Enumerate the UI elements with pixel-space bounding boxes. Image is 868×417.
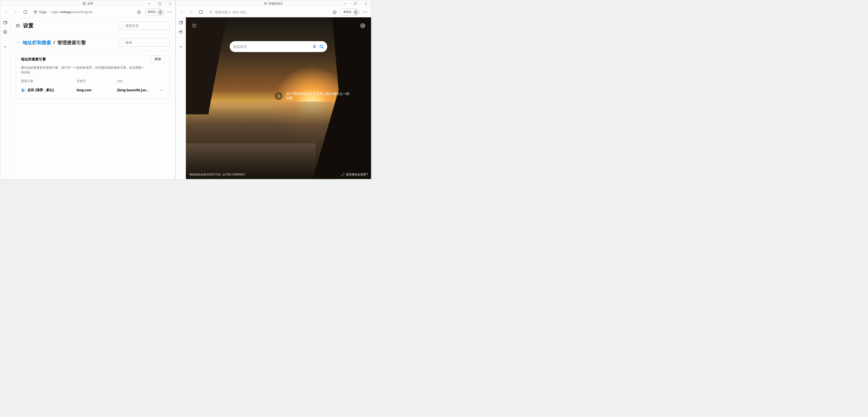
- tab-settings[interactable]: [1, 28, 9, 36]
- tab-newtab[interactable]: [177, 28, 185, 36]
- tab-manager-button[interactable]: [1, 19, 9, 27]
- page-settings-button[interactable]: [359, 22, 367, 30]
- search-icon: [122, 24, 124, 28]
- add-engine-button[interactable]: 添加: [151, 56, 165, 63]
- search-settings-field[interactable]: [125, 24, 167, 28]
- titlebar-label: 设置: [87, 2, 93, 6]
- titlebar: 设置: [0, 0, 176, 7]
- svg-point-15: [123, 42, 123, 43]
- url-text: edge://settings/searchEngines: [51, 10, 93, 14]
- gear-icon: [83, 2, 86, 5]
- svg-line-49: [342, 175, 343, 176]
- newtab-content: 这个漂亮的地方位于世界上最大城市之一的边缘 增值电信业务经营许可证: 合字B2-…: [186, 18, 371, 179]
- svg-point-8: [167, 12, 168, 12]
- ntp-search-box[interactable]: [230, 41, 327, 52]
- svg-point-5: [34, 11, 37, 13]
- menu-button[interactable]: [165, 8, 174, 16]
- col-name: 搜索引擎: [21, 79, 74, 84]
- nav-forward-button: [12, 8, 20, 16]
- maximize-button[interactable]: [350, 0, 361, 7]
- profile-sync-button[interactable]: 未同步: [145, 8, 164, 16]
- page-title: 设置: [23, 22, 34, 29]
- address-bar[interactable]: Edge | edge://settings/searchEngines: [31, 8, 133, 16]
- apps-grid-button[interactable]: [190, 22, 198, 30]
- background-feedback-button[interactable]: 是否喜欢此背景?: [342, 173, 368, 177]
- newtab-icon: [264, 2, 267, 5]
- voice-search-button[interactable]: [312, 44, 317, 49]
- address-input[interactable]: [215, 10, 326, 14]
- search-engine-table: 搜索引擎 关键字 URL 必应 (推荐，默认) bing.com {bing:b…: [21, 79, 165, 94]
- breadcrumb-back-button[interactable]: ←: [16, 40, 20, 45]
- breadcrumb-link[interactable]: 地址栏和搜索: [23, 39, 51, 46]
- svg-rect-17: [265, 3, 267, 4]
- menu-button[interactable]: [361, 8, 369, 16]
- svg-line-16: [123, 43, 123, 43]
- search-engines-input[interactable]: [120, 38, 170, 46]
- svg-point-26: [355, 11, 356, 12]
- svg-point-33: [192, 24, 193, 25]
- divider: [178, 38, 184, 38]
- svg-line-48: [343, 174, 344, 174]
- nav-forward-button: [187, 8, 195, 16]
- svg-point-27: [363, 12, 364, 12]
- profile-sync-button[interactable]: 未同步: [340, 8, 360, 16]
- svg-point-13: [123, 25, 123, 26]
- svg-rect-31: [179, 31, 182, 33]
- vertical-tab-strip: +: [176, 18, 186, 179]
- divider: [2, 38, 8, 38]
- favorites-button[interactable]: [135, 8, 143, 16]
- search-engines-card: 地址栏搜索引擎 添加 要在此处查看更多搜索引擎，请打开一个新的标签页，转到要添加…: [16, 51, 170, 99]
- sync-status-label: 未同步: [343, 10, 352, 14]
- svg-point-23: [210, 11, 212, 13]
- engine-row-more-button[interactable]: ⋯: [158, 89, 165, 92]
- search-settings-input[interactable]: [120, 22, 170, 30]
- ntp-search-input[interactable]: [233, 45, 310, 49]
- refresh-button[interactable]: [197, 8, 205, 16]
- edge-label: Edge: [39, 10, 46, 14]
- new-tab-button[interactable]: +: [177, 43, 185, 51]
- search-icon: [122, 41, 124, 44]
- svg-line-24: [212, 12, 212, 13]
- svg-point-37: [194, 25, 194, 26]
- address-bar[interactable]: [206, 8, 329, 16]
- tab-manager-button[interactable]: [177, 19, 185, 27]
- svg-point-42: [362, 25, 364, 26]
- search-submit-button[interactable]: [319, 44, 324, 49]
- minimize-button[interactable]: [144, 0, 154, 7]
- toolbar: Edge | edge://settings/searchEngines 未同步: [0, 7, 176, 18]
- nav-back-button: [2, 8, 10, 16]
- separator: |: [48, 10, 49, 14]
- svg-point-46: [278, 95, 280, 97]
- maximize-button[interactable]: [154, 0, 165, 7]
- search-engines-field[interactable]: [125, 41, 167, 44]
- breadcrumb-current: 管理搜索引擎: [57, 39, 86, 46]
- card-title: 地址栏搜索引擎: [21, 57, 46, 62]
- svg-rect-20: [354, 3, 356, 5]
- vertical-tab-strip: +: [0, 18, 10, 179]
- card-description: 要在此处查看更多搜索引擎，请打开一个新的标签页，转到要添加的搜索引擎，然后搜索一…: [21, 65, 145, 75]
- close-button[interactable]: [361, 0, 371, 7]
- svg-point-40: [194, 27, 194, 27]
- svg-marker-25: [333, 10, 337, 13]
- hamburger-menu-button[interactable]: [16, 24, 20, 27]
- avatar-icon: [353, 9, 359, 15]
- bing-icon: [21, 88, 25, 92]
- engine-row-name: 必应 (推荐，默认): [21, 86, 74, 94]
- edge-logo-icon: [34, 10, 37, 14]
- favorites-button[interactable]: [331, 8, 339, 16]
- svg-point-29: [366, 12, 367, 12]
- svg-point-28: [365, 12, 365, 12]
- breadcrumb-separator: /: [54, 40, 55, 45]
- titlebar-label: 新建标签页: [269, 2, 283, 6]
- svg-rect-11: [4, 22, 6, 24]
- svg-line-14: [123, 26, 123, 26]
- svg-point-36: [192, 25, 193, 26]
- svg-rect-30: [179, 22, 182, 24]
- engine-row-url: {bing:baseURL}se...: [117, 88, 155, 92]
- new-tab-button[interactable]: +: [1, 43, 9, 51]
- close-button[interactable]: [165, 0, 176, 7]
- minimize-button[interactable]: [340, 0, 350, 7]
- refresh-button[interactable]: [21, 8, 29, 16]
- svg-point-34: [194, 24, 194, 25]
- background-info[interactable]: 这个漂亮的地方位于世界上最大城市之一的边缘: [275, 92, 351, 100]
